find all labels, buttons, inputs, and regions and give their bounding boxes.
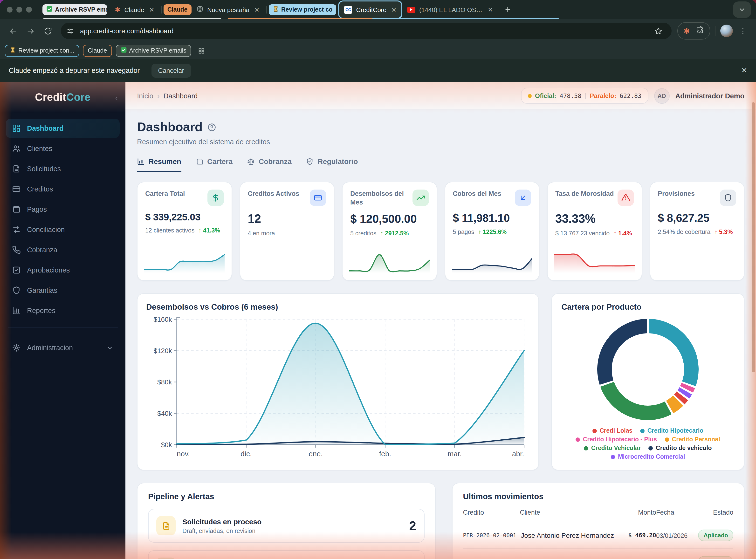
close-tab-icon[interactable]: ✕ xyxy=(488,6,493,13)
sidebar-item-label: Cobranza xyxy=(27,246,58,254)
legend-item[interactable]: Credito Personal xyxy=(665,436,720,443)
tab-group-chip-archive[interactable]: Archive RSVP ema xyxy=(42,4,107,15)
tab-youtube[interactable]: (1440) EL LADO OSCURO DE ✕ xyxy=(402,1,498,18)
movements-row[interactable]: PER-2026-02-0001 Jose Antonio Perez Hern… xyxy=(463,522,733,549)
sidebar-item-reportes[interactable]: Reportes xyxy=(6,301,120,320)
close-icon[interactable]: ✕ xyxy=(741,66,747,75)
sidebar-item-pagos[interactable]: Pagos xyxy=(6,200,120,219)
bookmark-star-icon[interactable] xyxy=(651,24,666,38)
donut-slice[interactable] xyxy=(683,391,686,395)
tab-group-underline-3 xyxy=(379,18,559,19)
sidebar-collapse-icon[interactable]: ‹ xyxy=(115,93,118,102)
app-logo: CreditCore ‹ xyxy=(0,82,126,113)
pipeline-row[interactable]: Aprobadas sin desembolsar 1 xyxy=(148,550,424,559)
sidebar-item-creditos[interactable]: Creditos xyxy=(6,179,120,199)
site-settings-icon[interactable] xyxy=(64,25,76,37)
tab-group-chip-claude[interactable]: Claude xyxy=(163,4,191,15)
reload-button[interactable] xyxy=(41,24,55,38)
scrollbar[interactable] xyxy=(752,102,755,372)
kpi-sparkline xyxy=(144,250,225,274)
pipeline-row-count: 2 xyxy=(409,518,416,533)
tab-claude[interactable]: ✱ Claude ✕ xyxy=(110,1,159,18)
tab-regulatorio[interactable]: Regulatorio xyxy=(306,157,358,172)
help-icon[interactable] xyxy=(207,123,216,131)
menu-kebab-icon[interactable]: ⋮ xyxy=(736,24,750,38)
kpi-value: 12 xyxy=(248,212,326,226)
legend-item[interactable]: Credi Lolas xyxy=(593,427,632,434)
sidebar-item-label: Clientes xyxy=(27,145,52,152)
saved-group-claude[interactable]: Claude xyxy=(83,45,112,57)
address-bar[interactable]: app.credit-core.com/dashboard xyxy=(61,23,671,39)
tab-group-chip-review[interactable]: Review project co xyxy=(269,4,336,15)
sidebar-item-label: Creditos xyxy=(27,185,53,193)
puzzle-icon[interactable] xyxy=(696,26,704,36)
legend-item[interactable]: Credito Vehicular xyxy=(584,445,641,451)
sidebar-item-dashboard[interactable]: Dashboard xyxy=(6,119,120,138)
kpi-value: 33.33% xyxy=(555,212,634,226)
donut-slice[interactable] xyxy=(604,326,647,382)
cancel-button[interactable]: Cancelar xyxy=(151,63,191,77)
donut-slice[interactable] xyxy=(687,386,688,389)
rate-status-dot xyxy=(528,94,532,98)
donut-slice[interactable] xyxy=(670,401,678,407)
kpi-subtext: 5 creditos xyxy=(350,229,376,237)
sidebar-item-cobranza[interactable]: Cobranza xyxy=(6,240,120,260)
movements-header-row: CreditoClienteMontoFechaEstado xyxy=(463,509,733,522)
check-badge-icon xyxy=(46,6,52,14)
arrows-swap-icon xyxy=(12,225,21,234)
sidebar: CreditCore ‹ Dashboard Clientes Solicitu… xyxy=(0,82,126,559)
movements-row[interactable]: VEH-2026-01-0001 Carlos Eduardo Martinez… xyxy=(463,549,733,559)
sidebar-item-conciliacion[interactable]: Conciliacion xyxy=(6,220,120,239)
legend-item[interactable]: Credito de vehiculo xyxy=(648,445,712,451)
donut-slice[interactable] xyxy=(679,396,683,400)
profile-avatar[interactable] xyxy=(720,25,733,37)
tab-groups-grid-icon[interactable] xyxy=(198,47,205,54)
new-tab-button[interactable]: + xyxy=(505,4,510,15)
tab-creditcore-active[interactable]: CC CreditCore ✕ xyxy=(338,0,402,19)
dashboard-body: Dashboard Resumen ejecutivo del sistema … xyxy=(126,110,756,559)
sidebar-item-garantias[interactable]: Garantias xyxy=(6,281,120,300)
tab-cobranza[interactable]: Cobranza xyxy=(247,157,292,172)
legend-item[interactable]: Credito Hipotecario xyxy=(640,427,704,434)
tab-resumen[interactable]: Resumen xyxy=(137,157,181,172)
sidebar-item-administracion[interactable]: Administracion xyxy=(6,338,120,357)
svg-text:nov.: nov. xyxy=(177,450,190,458)
sidebar-item-clientes[interactable]: Clientes xyxy=(6,139,120,158)
close-tab-icon[interactable]: ✕ xyxy=(391,6,397,13)
tab-search-button[interactable] xyxy=(733,1,751,18)
tab-nueva-pestana[interactable]: Nueva pestaña ✕ xyxy=(191,1,264,18)
traffic-lights[interactable] xyxy=(7,7,32,13)
movements-column-header: Estado xyxy=(697,509,733,516)
donut-chart-card: Cartera por Producto Credi Lolas Credito… xyxy=(551,293,744,470)
page-subtitle: Resumen ejecutivo del sistema de credito… xyxy=(137,138,744,146)
legend-item[interactable]: Microcredito Comercial xyxy=(611,453,685,460)
sidebar-item-aprobaciones[interactable]: Aprobaciones xyxy=(6,261,120,280)
extensions-pill[interactable]: ✱ xyxy=(677,22,710,40)
breadcrumb: Inicio › Dashboard xyxy=(137,92,198,99)
back-button[interactable] xyxy=(6,24,20,38)
sidebar-item-solicitudes[interactable]: Solicitudes xyxy=(6,159,120,178)
youtube-icon xyxy=(407,6,415,13)
claude-extension-icon[interactable]: ✱ xyxy=(683,26,690,36)
legend-dot xyxy=(665,437,669,442)
shield-icon xyxy=(720,189,736,206)
tab-cartera[interactable]: Cartera xyxy=(196,157,232,172)
donut-slice[interactable] xyxy=(649,326,691,384)
breadcrumb-home[interactable]: Inicio xyxy=(137,92,153,99)
close-tab-icon[interactable]: ✕ xyxy=(149,6,154,13)
svg-text:abr.: abr. xyxy=(512,450,524,458)
saved-group-review[interactable]: Review project con... xyxy=(5,45,79,57)
forward-button[interactable] xyxy=(23,24,38,38)
saved-group-archive[interactable]: Archive RSVP emails xyxy=(115,45,191,57)
donut-chart-title: Cartera por Producto xyxy=(561,303,734,312)
line-chart-title: Desembolsos vs Cobros (6 meses) xyxy=(146,303,529,312)
donut-slice[interactable] xyxy=(607,384,668,413)
kpi-delta: ↑ 1225.6% xyxy=(478,228,507,236)
user-avatar[interactable]: AD xyxy=(654,88,669,104)
url-text[interactable]: app.credit-core.com/dashboard xyxy=(80,27,651,35)
page-content: CreditCore ‹ Dashboard Clientes Solicitu… xyxy=(0,82,756,559)
close-tab-icon[interactable]: ✕ xyxy=(254,6,260,13)
pipeline-row[interactable]: Solicitudes en proceso Draft, enviadas, … xyxy=(148,509,424,543)
legend-item[interactable]: Credito Hipotecario - Plus xyxy=(576,436,657,443)
trending-up-icon xyxy=(156,558,176,559)
